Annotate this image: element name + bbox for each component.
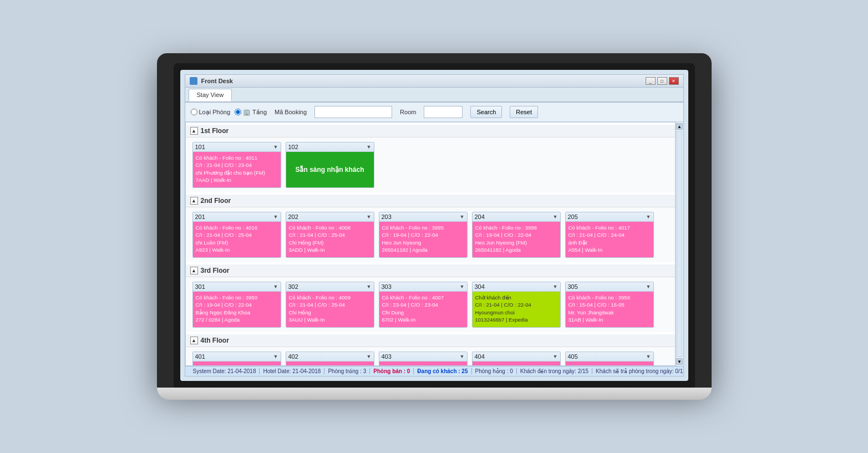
status-bar: System Date: 21-04-2018 Hotel Date: 21-0…: [185, 366, 683, 376]
scroll-thumb[interactable]: [677, 131, 682, 357]
room-card-301[interactable]: 301▼Có khách - Folio no : 3950C/I : 19-0…: [192, 282, 281, 328]
room-header-302: 302▼: [286, 282, 374, 292]
room-body-102: Sẵn sàng nhận khách: [286, 152, 374, 187]
radio-tang[interactable]: 🏢 Tầng: [235, 109, 267, 116]
floor-collapse-3[interactable]: ▲: [190, 267, 198, 274]
ma-booking-input[interactable]: [314, 106, 392, 118]
room-number-303: 303: [382, 283, 392, 290]
room-header-303: 303▼: [379, 282, 467, 292]
room-card-302[interactable]: 302▼Có khách - Folio no : 4009C/I : 21-0…: [286, 282, 374, 328]
room-dropdown-302[interactable]: ▼: [367, 284, 372, 289]
room-card-305[interactable]: 305▼Có khách - Folio no : 3959C/I : 15-0…: [565, 282, 654, 328]
room-number-305: 305: [568, 283, 578, 290]
room-number-102: 102: [288, 144, 298, 150]
close-button[interactable]: ✕: [669, 77, 679, 85]
room-dropdown-101[interactable]: ▼: [273, 144, 278, 150]
room-card-303[interactable]: 303▼Có khách - Folio no : 4007C/I : 23-0…: [379, 282, 468, 328]
scrollbar[interactable]: ▲ ▼: [676, 122, 683, 366]
search-button[interactable]: Search: [470, 106, 502, 118]
room-body-101: Có khách - Folio no : 4011C/I : 21-04 | …: [193, 152, 281, 187]
room-label: Room: [400, 109, 416, 115]
rooms-grid-floor-2: 201▼Có khách - Folio no : 4016C/I : 21-0…: [186, 207, 675, 262]
room-header-102: 102▼: [286, 142, 374, 152]
room-dropdown-203[interactable]: ▼: [460, 214, 465, 220]
phong-ban: Phòng bán : 0: [370, 368, 414, 374]
room-dropdown-403[interactable]: ▼: [460, 354, 465, 359]
floor-collapse-2[interactable]: ▲: [190, 197, 198, 205]
room-card-102[interactable]: 102▼Sẵn sàng nhận khách: [286, 142, 374, 188]
room-body-302: Có khách - Folio no : 4009C/I : 21-04 | …: [286, 292, 374, 327]
floor-header-4: ▲4th Floor: [186, 334, 675, 347]
hotel-date: Hotel Date: 21-04-2018: [260, 368, 324, 374]
room-dropdown-202[interactable]: ▼: [367, 214, 372, 220]
phong-hong: Phòng hỏng : 0: [472, 368, 517, 374]
floor-header-2: ▲2nd Floor: [186, 195, 675, 207]
room-dropdown-303[interactable]: ▼: [460, 284, 465, 289]
ma-booking-label: Mã Booking: [275, 109, 307, 115]
tab-stay-view[interactable]: Stay View: [189, 89, 232, 101]
room-dropdown-205[interactable]: ▼: [646, 214, 651, 220]
room-body-205: Có khách - Folio no : 4017C/I : 21-04 | …: [566, 222, 653, 257]
khach-den: Khách đến trong ngày: 2/15: [517, 368, 592, 374]
room-dropdown-301[interactable]: ▼: [273, 284, 278, 289]
floor-collapse-4[interactable]: ▲: [190, 337, 198, 344]
room-body-405: [566, 362, 653, 366]
radio-loai-phong[interactable]: Loại Phòng: [191, 109, 231, 116]
maximize-button[interactable]: □: [657, 77, 667, 85]
room-body-403: [379, 362, 467, 366]
room-number-205: 205: [568, 213, 578, 220]
system-date: System Date: 21-04-2018: [190, 368, 260, 374]
floor-section-1: ▲1st Floor101▼Có khách - Folio no : 4011…: [186, 125, 675, 192]
room-dropdown-201[interactable]: ▼: [273, 214, 278, 220]
room-header-405: 405▼: [566, 352, 653, 362]
scroll-up-button[interactable]: ▲: [676, 123, 683, 130]
room-card-401[interactable]: 401▼: [192, 352, 281, 366]
room-body-305: Có khách - Folio no : 3959C/I : 15-04 | …: [566, 292, 653, 327]
room-header-205: 205▼: [566, 212, 653, 222]
floor-collapse-1[interactable]: ▲: [190, 127, 198, 135]
room-input[interactable]: [424, 106, 463, 118]
room-card-304[interactable]: 304▼Chờ khách đếnC/I : 21-04 | C/O : 22-…: [472, 282, 561, 328]
room-card-205[interactable]: 205▼Có khách - Folio no : 4017C/I : 21-0…: [565, 212, 654, 258]
room-header-201: 201▼: [193, 212, 281, 222]
scroll-down-button[interactable]: ▼: [676, 358, 683, 365]
room-dropdown-402[interactable]: ▼: [367, 354, 372, 359]
room-body-401: [193, 362, 281, 366]
room-number-302: 302: [288, 283, 298, 290]
room-dropdown-204[interactable]: ▼: [553, 214, 558, 220]
room-card-203[interactable]: 203▼Có khách - Folio no : 3995C/I : 19-0…: [379, 212, 468, 258]
room-number-201: 201: [195, 213, 205, 220]
room-card-101[interactable]: 101▼Có khách - Folio no : 4011C/I : 21-0…: [192, 142, 281, 188]
room-card-405[interactable]: 405▼: [565, 352, 654, 366]
floor-label-4: 4th Floor: [201, 337, 229, 344]
room-body-203: Có khách - Folio no : 3995C/I : 19-04 | …: [379, 222, 467, 257]
floor-section-4: ▲4th Floor401▼402▼403▼404▼405▼: [186, 334, 675, 366]
room-card-202[interactable]: 202▼Có khách - Folio no : 4008C/I : 21-0…: [286, 212, 374, 258]
room-body-202: Có khách - Folio no : 4008C/I : 21-04 | …: [286, 222, 374, 257]
room-dropdown-102[interactable]: ▼: [367, 144, 372, 150]
room-number-401: 401: [195, 353, 205, 360]
room-card-402[interactable]: 402▼: [286, 352, 374, 366]
room-header-404: 404▼: [473, 352, 560, 362]
room-card-404[interactable]: 404▼: [472, 352, 561, 366]
room-number-204: 204: [475, 213, 485, 220]
room-dropdown-405[interactable]: ▼: [646, 354, 651, 359]
room-number-203: 203: [382, 213, 392, 220]
room-header-301: 301▼: [193, 282, 281, 292]
reset-button[interactable]: Reset: [510, 106, 538, 118]
room-card-204[interactable]: 204▼Có khách - Folio no : 3996C/I : 19-0…: [472, 212, 561, 258]
rooms-grid-floor-3: 301▼Có khách - Folio no : 3950C/I : 19-0…: [186, 277, 675, 332]
room-card-201[interactable]: 201▼Có khách - Folio no : 4016C/I : 21-0…: [192, 212, 281, 258]
room-body-301: Có khách - Folio no : 3950C/I : 19-04 | …: [193, 292, 281, 327]
room-dropdown-305[interactable]: ▼: [646, 284, 651, 289]
room-body-304: Chờ khách đếnC/I : 21-04 | C/O : 22-04Hy…: [473, 292, 560, 327]
room-dropdown-404[interactable]: ▼: [553, 354, 558, 359]
room-dropdown-401[interactable]: ▼: [273, 354, 278, 359]
floor-label-2: 2nd Floor: [201, 197, 231, 205]
room-card-403[interactable]: 403▼: [379, 352, 468, 366]
room-number-404: 404: [475, 353, 485, 360]
room-header-402: 402▼: [286, 352, 374, 362]
minimize-button[interactable]: _: [646, 77, 656, 85]
room-dropdown-304[interactable]: ▼: [553, 284, 558, 289]
room-header-202: 202▼: [286, 212, 374, 222]
